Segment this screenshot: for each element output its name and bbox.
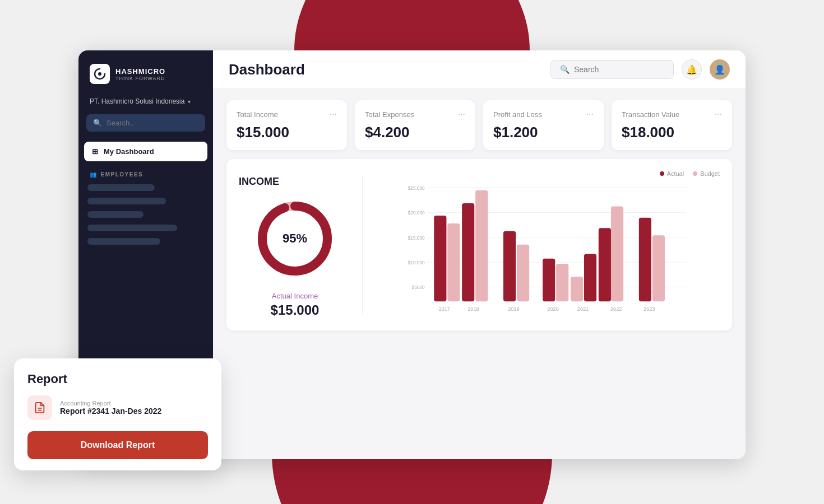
avatar[interactable]: 👤 xyxy=(710,59,730,80)
legend-budget-label: Budget xyxy=(700,170,720,177)
svg-rect-29 xyxy=(599,228,611,301)
svg-text:$20.000: $20.000 xyxy=(408,210,425,216)
svg-text:$25.000: $25.000 xyxy=(408,185,425,191)
logo-text: HASHMICRO THINK FORWARD xyxy=(115,67,165,81)
sidebar-placeholder-5 xyxy=(87,238,160,245)
sidebar-search[interactable]: 🔍 xyxy=(86,114,205,132)
download-report-button[interactable]: Download Report xyxy=(27,431,208,459)
legend-budget: Budget xyxy=(693,170,720,177)
card-header-income: Total Income ··· xyxy=(237,109,337,119)
income-card: INCOME 95% Actual Income xyxy=(226,159,732,330)
svg-rect-28 xyxy=(611,206,623,301)
legend-actual: Actual xyxy=(660,170,684,177)
sidebar-placeholder-3 xyxy=(87,211,143,218)
svg-text:$15.000: $15.000 xyxy=(408,235,425,241)
report-card: Report Accounting Report Report #2341 Ja… xyxy=(14,358,221,470)
chart-area: $25.000 $20.000 $15.000 $10.000 $5000 2 xyxy=(374,183,720,319)
sidebar-placeholder-1 xyxy=(87,184,155,191)
actual-income-label: Actual Income xyxy=(272,292,318,300)
sidebar-item-dashboard[interactable]: ⊞ My Dashboard xyxy=(84,142,207,161)
logo-title: HASHMICRO xyxy=(115,67,165,76)
dashboard-body: Total Income ··· $15.000 Total Expenses … xyxy=(213,89,746,459)
actual-income-value: $15.000 xyxy=(271,302,320,318)
logo-icon xyxy=(90,64,110,84)
card-total-expenses: Total Expenses ··· $4.200 xyxy=(355,100,475,150)
svg-rect-32 xyxy=(652,235,665,301)
card-value-income: $15.000 xyxy=(237,124,337,141)
svg-rect-20 xyxy=(517,245,529,302)
chart-divider xyxy=(362,176,363,314)
section-label-text: EMPLOYEES xyxy=(101,171,143,178)
company-name: PT. Hashmicro Solusi Indonesia xyxy=(90,97,184,105)
sidebar-item-label: My Dashboard xyxy=(104,147,154,156)
svg-rect-19 xyxy=(503,231,516,302)
svg-text:2022: 2022 xyxy=(610,306,622,312)
sidebar-logo: HASHMICRO THINK FORWARD xyxy=(78,50,213,93)
report-icon xyxy=(27,395,52,420)
svg-text:2023: 2023 xyxy=(644,306,655,312)
card-transaction-value: Transaction Value ··· $18.000 xyxy=(612,100,732,150)
card-title-profit: Profit and Loss xyxy=(493,110,542,119)
svg-rect-13 xyxy=(434,216,446,301)
card-value-transaction: $18.000 xyxy=(622,124,722,141)
income-right: Actual Budget xyxy=(374,170,720,319)
svg-rect-22 xyxy=(543,259,555,302)
card-title-income: Total Income xyxy=(237,110,278,119)
search-input[interactable] xyxy=(574,65,664,74)
report-item: Accounting Report Report #2341 Jan-Des 2… xyxy=(27,395,208,420)
card-total-income: Total Income ··· $15.000 xyxy=(226,100,347,150)
dashboard-icon: ⊞ xyxy=(92,147,98,156)
svg-text:2021: 2021 xyxy=(577,306,589,312)
sidebar-section-employees: 👥 EMPLOYEES xyxy=(78,162,213,182)
card-title-expenses: Total Expenses xyxy=(365,110,414,119)
topbar-right: 🔍 🔔 👤 xyxy=(550,59,730,80)
svg-text:2020: 2020 xyxy=(547,306,559,312)
svg-rect-26 xyxy=(571,277,583,301)
card-more-expenses[interactable]: ··· xyxy=(458,109,465,119)
card-value-profit: $1.200 xyxy=(493,124,594,141)
card-more-transaction[interactable]: ··· xyxy=(715,109,722,119)
card-value-expenses: $4.200 xyxy=(365,124,465,141)
donut-percent: 95% xyxy=(283,231,307,246)
donut-center: 95% xyxy=(283,231,307,246)
card-more-profit[interactable]: ··· xyxy=(586,109,594,119)
topbar: Dashboard 🔍 🔔 👤 xyxy=(213,50,746,89)
card-header-profit: Profit and Loss ··· xyxy=(493,109,594,119)
legend-budget-dot xyxy=(693,171,697,176)
notification-button[interactable]: 🔔 xyxy=(682,59,702,80)
svg-point-0 xyxy=(98,72,101,76)
legend-actual-dot xyxy=(660,171,664,176)
svg-rect-25 xyxy=(584,254,596,301)
summary-cards: Total Income ··· $15.000 Total Expenses … xyxy=(226,100,732,150)
logo-subtitle: THINK FORWARD xyxy=(115,76,165,81)
card-more-income[interactable]: ··· xyxy=(330,109,337,119)
svg-text:$10.000: $10.000 xyxy=(408,260,425,265)
sidebar-search-input[interactable] xyxy=(107,119,198,127)
chart-legend: Actual Budget xyxy=(374,170,720,177)
sidebar-placeholder-4 xyxy=(87,225,177,231)
report-item-name: Report #2341 Jan-Des 2022 xyxy=(60,407,161,416)
report-info: Accounting Report Report #2341 Jan-Des 2… xyxy=(60,400,161,416)
svg-rect-17 xyxy=(462,203,474,301)
svg-rect-31 xyxy=(639,218,651,302)
sidebar-company[interactable]: PT. Hashmicro Solusi Indonesia ▾ xyxy=(78,93,213,114)
income-section-title: INCOME xyxy=(239,176,279,188)
employees-icon: 👥 xyxy=(90,171,98,178)
report-card-title: Report xyxy=(27,372,208,386)
sidebar-placeholder-2 xyxy=(87,198,166,204)
bar-chart-svg: $25.000 $20.000 $15.000 $10.000 $5000 2 xyxy=(374,183,720,317)
search-icon: 🔍 xyxy=(93,119,102,127)
svg-text:2018: 2018 xyxy=(467,306,479,312)
svg-text:2017: 2017 xyxy=(438,306,450,312)
svg-text:$5000: $5000 xyxy=(412,284,425,290)
search-bar[interactable]: 🔍 xyxy=(550,60,674,79)
svg-text:2019: 2019 xyxy=(508,306,520,312)
card-title-transaction: Transaction Value xyxy=(622,110,679,119)
report-item-type: Accounting Report xyxy=(60,400,161,407)
income-left: INCOME 95% Actual Income xyxy=(239,170,351,319)
svg-rect-14 xyxy=(447,223,460,301)
card-header-expenses: Total Expenses ··· xyxy=(365,109,465,119)
search-icon: 🔍 xyxy=(560,65,570,74)
main-content: Dashboard 🔍 🔔 👤 Total Inco xyxy=(213,50,746,459)
card-profit-loss: Profit and Loss ··· $1.200 xyxy=(483,100,604,150)
